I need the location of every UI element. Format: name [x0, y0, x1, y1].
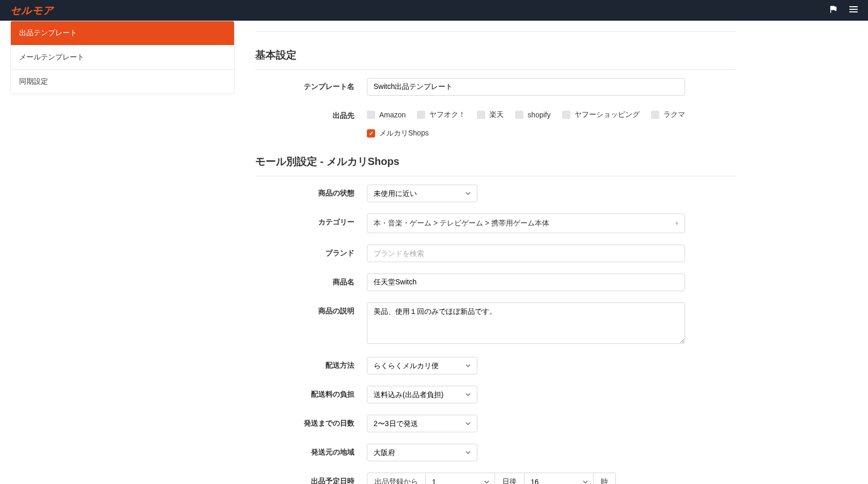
- condition-label: 商品の状態: [255, 185, 367, 198]
- sidebar: 出品テンプレート メールテンプレート 同期設定: [0, 21, 235, 484]
- schedule-hour-select[interactable]: 16: [524, 473, 594, 484]
- cb-yahooauc[interactable]: ヤフオク！: [417, 110, 466, 119]
- product-name-label: 商品名: [255, 274, 367, 287]
- cb-yahooshopping[interactable]: ヤフーショッピング: [562, 110, 640, 119]
- shipfrom-select[interactable]: 大阪府: [367, 444, 477, 461]
- category-label: カテゴリー: [255, 214, 367, 227]
- cb-amazon-label: Amazon: [379, 111, 406, 119]
- svg-rect-1: [849, 9, 858, 10]
- cb-shopify[interactable]: shopify: [515, 110, 550, 119]
- flag-icon[interactable]: [829, 5, 837, 16]
- shipfrom-label: 発送元の地域: [255, 444, 367, 457]
- schedule-hour-suffix: 時: [594, 473, 616, 484]
- shipmethod-select[interactable]: らくらくメルカリ便: [367, 357, 477, 374]
- product-name-input[interactable]: [367, 274, 685, 291]
- svg-rect-2: [849, 11, 858, 12]
- category-select[interactable]: 本・音楽・ゲーム > テレビゲーム > 携帯用ゲーム本体 ▾: [367, 214, 685, 233]
- schedule-days-select[interactable]: 1: [426, 473, 495, 484]
- app-header: セルモア: [0, 0, 868, 21]
- cb-rakuten[interactable]: 楽天: [477, 110, 504, 119]
- cb-mercarishops-label: メルカリShops: [379, 129, 429, 138]
- sidebar-item-listing-template[interactable]: 出品テンプレート: [11, 21, 234, 46]
- template-name-label: テンプレート名: [255, 78, 367, 92]
- cb-yahooshopping-label: ヤフーショッピング: [575, 110, 640, 119]
- destination-label: 出品先: [255, 107, 367, 120]
- section-mall-title: モール別設定 - メルカリShops: [255, 155, 736, 176]
- description-label: 商品の説明: [255, 303, 367, 316]
- shipfee-select[interactable]: 送料込み(出品者負担): [367, 386, 477, 403]
- template-name-input[interactable]: [367, 78, 685, 96]
- sidebar-item-mail-template[interactable]: メールテンプレート: [11, 46, 234, 70]
- condition-select[interactable]: 未使用に近い: [367, 185, 477, 202]
- shipmethod-label: 配送方法: [255, 357, 367, 370]
- shipdays-select[interactable]: 2〜3日で発送: [367, 415, 477, 432]
- svg-rect-0: [849, 6, 858, 7]
- brand-input[interactable]: [367, 245, 685, 262]
- cb-rakuma-label: ラクマ: [663, 110, 685, 119]
- cb-rakuten-label: 楽天: [489, 110, 504, 119]
- shipdays-label: 発送までの日数: [255, 415, 367, 428]
- cb-amazon[interactable]: Amazon: [367, 110, 406, 119]
- sidebar-item-sync-settings[interactable]: 同期設定: [11, 70, 234, 94]
- category-value: 本・音楽・ゲーム > テレビゲーム > 携帯用ゲーム本体: [374, 219, 549, 228]
- description-textarea[interactable]: 美品、使用１回のみでほぼ新品です。: [367, 303, 685, 344]
- schedule-prefix: 出品登録から: [367, 473, 426, 484]
- section-basic-title: 基本設定: [255, 48, 736, 70]
- logo: セルモア: [10, 4, 54, 18]
- shipfee-label: 配送料の負担: [255, 386, 367, 399]
- menu-icon[interactable]: [849, 5, 858, 16]
- header-right: [829, 5, 858, 16]
- schedule-days-suffix: 日後: [495, 473, 524, 484]
- cb-rakuma[interactable]: ラクマ: [651, 110, 685, 119]
- schedule-label: 出品予定日時: [255, 473, 367, 484]
- chevron-down-icon: ▾: [675, 220, 678, 227]
- brand-label: ブランド: [255, 245, 367, 258]
- main-content: 基本設定 テンプレート名 出品先 Amazon ヤフオク！ 楽天 shopify…: [235, 21, 756, 484]
- cb-yahooauc-label: ヤフオク！: [429, 110, 466, 119]
- cb-shopify-label: shopify: [528, 111, 550, 119]
- cb-mercarishops[interactable]: メルカリShops: [367, 129, 429, 138]
